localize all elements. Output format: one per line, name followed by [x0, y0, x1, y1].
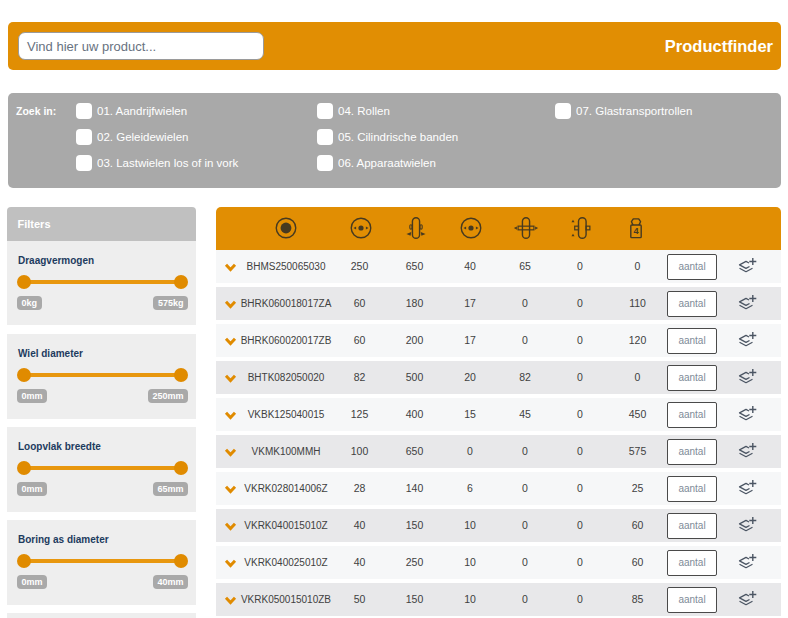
- svg-text:4: 4: [633, 226, 639, 236]
